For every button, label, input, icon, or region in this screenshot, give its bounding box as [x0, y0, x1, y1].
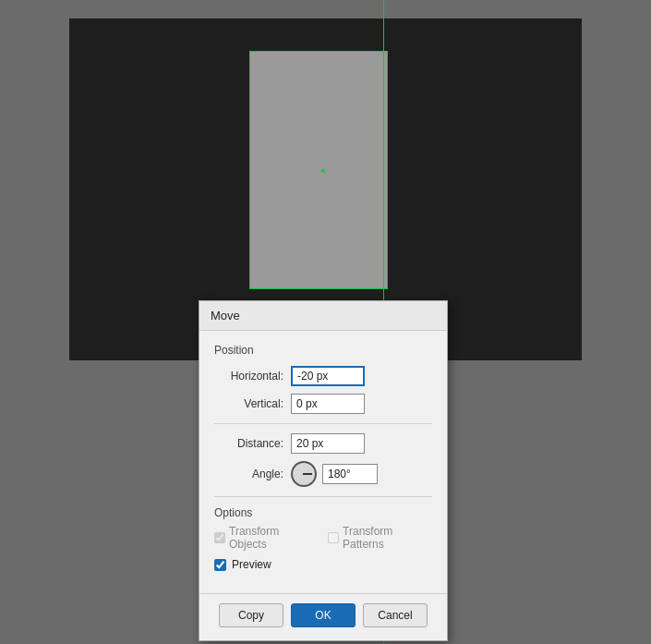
- shape-container: [249, 51, 392, 291]
- angle-label: Angle:: [214, 468, 283, 480]
- preview-label: Preview: [232, 558, 271, 571]
- dialog-body: Position Horizontal: Vertical: Distance:…: [199, 331, 447, 593]
- transform-objects-checkbox[interactable]: [214, 532, 225, 543]
- preview-row: Preview: [214, 558, 432, 571]
- distance-input[interactable]: [291, 433, 365, 454]
- angle-row: Angle:: [214, 461, 432, 487]
- transform-patterns-item[interactable]: Transform Patterns: [328, 525, 432, 551]
- angle-dial[interactable]: [291, 461, 317, 487]
- options-section-label: Options: [214, 506, 432, 519]
- distance-label: Distance:: [214, 437, 283, 450]
- transform-patterns-checkbox[interactable]: [328, 532, 339, 543]
- divider-1: [214, 423, 432, 424]
- horizontal-row: Horizontal:: [214, 366, 432, 386]
- center-dot: [321, 169, 325, 173]
- dialog-title-text: Move: [211, 309, 240, 322]
- button-row: Copy OK Cancel: [199, 593, 447, 640]
- divider-2: [214, 496, 432, 497]
- copy-button[interactable]: Copy: [219, 603, 283, 627]
- angle-input[interactable]: [322, 464, 378, 484]
- angle-indicator: [303, 473, 312, 475]
- distance-row: Distance:: [214, 433, 432, 454]
- dialog-title: Move: [199, 301, 447, 331]
- vertical-row: Vertical:: [214, 394, 432, 414]
- ok-button[interactable]: OK: [291, 603, 356, 627]
- vertical-label: Vertical:: [214, 397, 283, 410]
- horizontal-input[interactable]: [291, 366, 365, 386]
- transform-objects-item[interactable]: Transform Objects: [214, 525, 315, 551]
- options-section: Options Transform Objects Transform Patt…: [214, 506, 432, 551]
- options-checkboxes: Transform Objects Transform Patterns: [214, 525, 432, 551]
- position-section-label: Position: [214, 344, 432, 357]
- move-dialog: Move Position Horizontal: Vertical: Dist…: [199, 300, 448, 641]
- horizontal-label: Horizontal:: [214, 370, 283, 383]
- transform-patterns-label: Transform Patterns: [343, 525, 432, 551]
- preview-checkbox[interactable]: [214, 559, 226, 571]
- transform-objects-label: Transform Objects: [229, 525, 315, 551]
- shape-fill: [249, 51, 388, 289]
- cancel-button[interactable]: Cancel: [363, 603, 428, 627]
- vertical-input[interactable]: [291, 394, 365, 414]
